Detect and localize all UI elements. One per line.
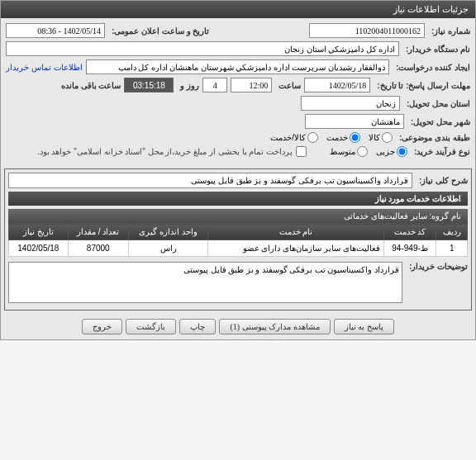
th-date: تاریخ نیاز bbox=[9, 224, 69, 240]
th-idx: ردیف bbox=[436, 224, 468, 240]
sharh-label: شرح کلی نیاز: bbox=[416, 176, 468, 185]
remain-time-field bbox=[124, 78, 174, 92]
td-unit: راس bbox=[128, 240, 207, 257]
radio-jozei-label[interactable]: جزیی bbox=[376, 146, 407, 157]
radio-kala-khadmat-label[interactable]: کالا/خدمت bbox=[270, 132, 318, 143]
td-name: فعالیت‌های سایر سازمان‌های دارای عضو bbox=[208, 240, 383, 257]
day-field[interactable] bbox=[202, 78, 227, 92]
time-label: ساعت bbox=[275, 81, 301, 90]
group-value: سایر فعالیت‌های خدماتی bbox=[344, 211, 427, 221]
th-unit: واحد اندازه گیری bbox=[128, 224, 207, 240]
th-name: نام خدمت bbox=[208, 224, 383, 240]
province-label: استان محل تحویل: bbox=[403, 99, 470, 108]
td-code: ط-949-94 bbox=[383, 240, 436, 257]
main-window: جزئیات اطلاعات نیاز شماره نیاز: تاریخ و … bbox=[0, 0, 476, 340]
announce-label: تاریخ و ساعت اعلان عمومی: bbox=[108, 26, 209, 36]
notes-label: توضیحات خریدار: bbox=[406, 262, 468, 271]
group-bar: نام گروه: سایر فعالیت‌های خدماتی bbox=[8, 209, 468, 223]
day-label: روز و bbox=[177, 81, 199, 90]
province-field[interactable] bbox=[301, 96, 400, 111]
radio-kala-khadmat[interactable] bbox=[307, 132, 318, 143]
category-label: طبقه بندی موضوعی: bbox=[396, 133, 470, 142]
form-panel: شماره نیاز: تاریخ و ساعت اعلان عمومی: نا… bbox=[1, 18, 475, 165]
detail-section: شرح کلی نیاز: اطلاعات خدمات مورد نیاز نا… bbox=[4, 168, 472, 311]
need-number-label: شماره نیاز: bbox=[428, 26, 470, 36]
sharh-field[interactable] bbox=[8, 173, 412, 188]
td-date: 1402/05/18 bbox=[9, 240, 69, 257]
buyer-label: نام دستگاه خریدار: bbox=[402, 45, 470, 54]
need-number-field[interactable] bbox=[309, 23, 425, 38]
city-field[interactable] bbox=[305, 114, 404, 129]
payment-checkbox[interactable] bbox=[296, 146, 307, 157]
radio-khadmat-label[interactable]: خدمت bbox=[326, 132, 360, 143]
radio-khadmat[interactable] bbox=[350, 132, 360, 143]
th-code: کد خدمت bbox=[383, 224, 436, 240]
buyer-field[interactable] bbox=[6, 41, 399, 56]
requester-field[interactable] bbox=[86, 59, 390, 74]
city-label: شهر محل تحویل: bbox=[407, 117, 470, 126]
process-radio-group: جزیی متوسط bbox=[330, 146, 407, 157]
deadline-label: مهلت ارسال پاسخ: تا تاریخ: bbox=[374, 81, 470, 90]
group-label: نام گروه: bbox=[429, 211, 461, 221]
radio-motevaset[interactable] bbox=[357, 146, 368, 157]
respond-button[interactable]: پاسخ به نیاز bbox=[334, 319, 394, 334]
radio-kala-label[interactable]: کالا bbox=[369, 132, 393, 143]
deadline-date-field[interactable] bbox=[304, 78, 370, 92]
td-idx: 1 bbox=[436, 240, 468, 257]
process-label: نوع فرآیند خرید: bbox=[411, 147, 470, 156]
window-title: جزئیات اطلاعات نیاز bbox=[393, 4, 469, 14]
requester-label: ایجاد کننده درخواست: bbox=[393, 63, 470, 72]
radio-jozei[interactable] bbox=[397, 146, 407, 157]
remain-label: ساعت باقی مانده bbox=[58, 81, 121, 90]
table-row[interactable]: 1 ط-949-94 فعالیت‌های سایر سازمان‌های دا… bbox=[9, 240, 468, 257]
contact-link[interactable]: اطلاعات تماس خریدار bbox=[6, 63, 83, 72]
services-table: ردیف کد خدمت نام خدمت واحد اندازه گیری ت… bbox=[8, 223, 468, 257]
radio-kala[interactable] bbox=[382, 132, 393, 143]
button-bar: پاسخ به نیاز مشاهده مدارک پیوستی (1) چاپ… bbox=[1, 314, 475, 339]
back-button[interactable]: بازگشت bbox=[126, 319, 176, 334]
announce-field[interactable] bbox=[6, 23, 105, 38]
th-qty: تعداد / مقدار bbox=[68, 224, 128, 240]
category-radio-group: کالا خدمت کالا/خدمت bbox=[270, 132, 393, 143]
radio-motevaset-label[interactable]: متوسط bbox=[330, 146, 368, 157]
deadline-time-field[interactable] bbox=[231, 78, 272, 92]
payment-checkbox-text: پرداخت تمام یا بخشی از مبلغ خرید،از محل … bbox=[37, 147, 293, 156]
print-button[interactable]: چاپ bbox=[179, 319, 216, 334]
exit-button[interactable]: خروج bbox=[82, 319, 122, 334]
td-qty: 87000 bbox=[68, 240, 128, 257]
payment-checkbox-row: پرداخت تمام یا بخشی از مبلغ خرید،از محل … bbox=[37, 146, 307, 157]
services-header: اطلاعات خدمات مورد نیاز bbox=[8, 192, 468, 206]
notes-textarea[interactable] bbox=[8, 262, 402, 303]
attachments-button[interactable]: مشاهده مدارک پیوستی (1) bbox=[219, 319, 330, 334]
window-title-bar: جزئیات اطلاعات نیاز bbox=[1, 1, 475, 18]
table-header-row: ردیف کد خدمت نام خدمت واحد اندازه گیری ت… bbox=[9, 224, 468, 240]
